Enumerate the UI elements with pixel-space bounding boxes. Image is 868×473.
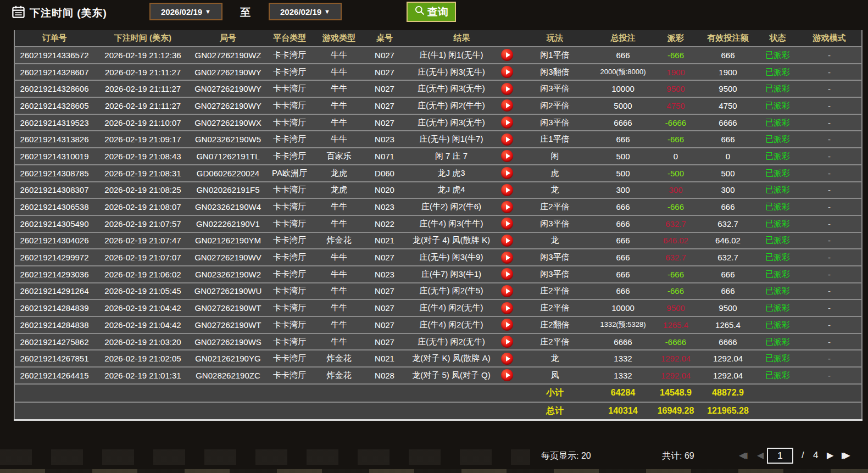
play-icon[interactable]: [501, 353, 513, 365]
cell-payout: 9500: [654, 80, 698, 97]
search-icon: [414, 5, 425, 19]
cell-valid-bet: 6666: [698, 114, 758, 131]
cell-platform: 卡卡湾厅: [264, 198, 315, 215]
last-page-icon[interactable]: ▶▶: [842, 450, 845, 461]
cell-replay: [497, 131, 518, 148]
col-header-status: 状态: [758, 30, 797, 47]
play-icon[interactable]: [501, 150, 513, 162]
cell-table-no: N027: [363, 333, 406, 350]
cell-bet-time: 2026-02-19 21:06:02: [94, 266, 192, 283]
play-icon[interactable]: [501, 66, 513, 78]
play-icon[interactable]: [501, 252, 513, 264]
cell-replay: [497, 215, 518, 232]
cell-payout: -6666: [654, 114, 698, 131]
per-page-info: 每页显示: 20: [541, 450, 591, 462]
cell-table-no: D060: [363, 165, 406, 182]
cell-game-type: 龙虎: [315, 182, 363, 199]
total-count-value: 69: [685, 451, 694, 460]
cell-bet-time: 2026-02-19 21:12:36: [94, 47, 192, 64]
col-header-round-id: 局号: [192, 30, 264, 47]
col-header-result: 结果: [406, 30, 518, 47]
cell-bet-time: 2026-02-19 21:07:57: [94, 215, 192, 232]
play-icon[interactable]: [501, 83, 513, 95]
col-header-payout: 派彩: [654, 30, 698, 47]
play-icon[interactable]: [501, 285, 513, 297]
play-icon[interactable]: [501, 99, 513, 112]
cell-order-id: 260219214328606: [14, 80, 94, 97]
play-icon[interactable]: [501, 133, 513, 146]
cell-result: 庄(无牛) 闲2(牛5): [406, 283, 497, 300]
play-icon[interactable]: [501, 235, 513, 247]
col-header-valid-bet: 有效投注额: [698, 30, 758, 47]
cell-game-mode: -: [797, 97, 862, 114]
cell-game-type: 炸金花: [315, 350, 363, 367]
cell-play-type: 闲3平倍: [518, 266, 592, 283]
cell-game-mode: -: [797, 232, 862, 249]
play-icon[interactable]: [501, 167, 513, 179]
cell-payout: 9500: [654, 299, 698, 316]
cell-result: 庄(牛7) 闲3(牛1): [406, 266, 497, 283]
cell-total-bet: 5000: [592, 97, 654, 114]
cell-payout: -500: [654, 165, 698, 182]
next-page-icon[interactable]: ▶: [827, 450, 833, 461]
cell-valid-bet: 666: [698, 131, 758, 148]
cell-table-no: N022: [363, 215, 406, 232]
cell-result: 龙(对子 5) 凤(对子 Q): [406, 367, 497, 384]
cell-game-type: 牛牛: [315, 47, 363, 64]
cell-play-type: 庄1平倍: [518, 131, 592, 148]
cell-platform: 卡卡湾厅: [264, 333, 315, 350]
cell-game-type: 牛牛: [315, 283, 363, 300]
cell-game-type: 百家乐: [315, 148, 363, 165]
search-button[interactable]: 查询: [407, 2, 456, 22]
table-row: 260219214310019 2026-02-19 21:08:43 GN07…: [14, 148, 862, 165]
cell-bet-time: 2026-02-19 21:07:07: [94, 249, 192, 266]
cell-play-type: 凤: [518, 367, 592, 384]
cell-game-type: 牛牛: [315, 266, 363, 283]
cell-valid-bet: 300: [698, 182, 758, 199]
cell-platform: 卡卡湾厅: [264, 350, 315, 367]
cell-table-no: N021: [363, 232, 406, 249]
cell-payout: 0: [654, 148, 698, 165]
cell-game-mode: -: [797, 47, 862, 64]
cell-table-no: N027: [363, 283, 406, 300]
play-icon[interactable]: [501, 336, 513, 348]
play-icon[interactable]: [501, 49, 513, 61]
subtotal-row: 小计 64284 14548.9 48872.9: [14, 384, 862, 402]
page-title: 下注时间 (美东): [30, 6, 107, 20]
subtotal-payout: 14548.9: [654, 384, 698, 402]
cell-bet-time: 2026-02-19 21:04:42: [94, 299, 192, 316]
play-icon[interactable]: [501, 369, 513, 381]
cell-replay: [497, 283, 518, 300]
cell-replay: [497, 114, 518, 131]
cell-play-type: 龙: [518, 232, 592, 249]
cell-order-id: 260219214291264: [14, 283, 94, 300]
page-number-input[interactable]: [767, 448, 793, 464]
table-row: 260219214304026 2026-02-19 21:07:47 GN02…: [14, 232, 862, 249]
cell-order-id: 260219214336572: [14, 47, 94, 64]
status-badge: 已派彩: [758, 283, 797, 300]
cell-order-id: 260219214310019: [14, 148, 94, 165]
cell-payout: -6666: [654, 333, 698, 350]
cell-round-id: GN027262190WV: [192, 249, 264, 266]
cell-game-type: 龙虎: [315, 165, 363, 182]
first-page-icon[interactable]: ◀◀: [739, 450, 743, 461]
date-from-select[interactable]: 2026/02/19 ▼: [149, 3, 222, 20]
cell-table-no: N027: [363, 114, 406, 131]
play-icon[interactable]: [501, 218, 513, 230]
play-icon[interactable]: [501, 116, 513, 129]
play-icon[interactable]: [501, 319, 513, 331]
cell-payout: 1265.4: [654, 316, 698, 333]
date-to-select[interactable]: 2026/02/19 ▼: [269, 3, 342, 20]
play-icon[interactable]: [501, 268, 513, 280]
play-icon[interactable]: [501, 184, 513, 196]
prev-page-icon[interactable]: ◀: [757, 450, 764, 461]
cell-platform: 卡卡湾厅: [264, 148, 315, 165]
play-icon[interactable]: [501, 302, 513, 314]
table-row: 260219214275862 2026-02-19 21:03:20 GN02…: [14, 333, 862, 350]
cell-result: 龙(对子 K) 凤(散牌 A): [406, 350, 497, 367]
search-button-label: 查询: [427, 5, 448, 19]
status-badge: 已派彩: [758, 232, 797, 249]
cell-replay: [497, 165, 518, 182]
play-icon[interactable]: [501, 201, 513, 213]
cell-platform: 卡卡湾厅: [264, 215, 315, 232]
